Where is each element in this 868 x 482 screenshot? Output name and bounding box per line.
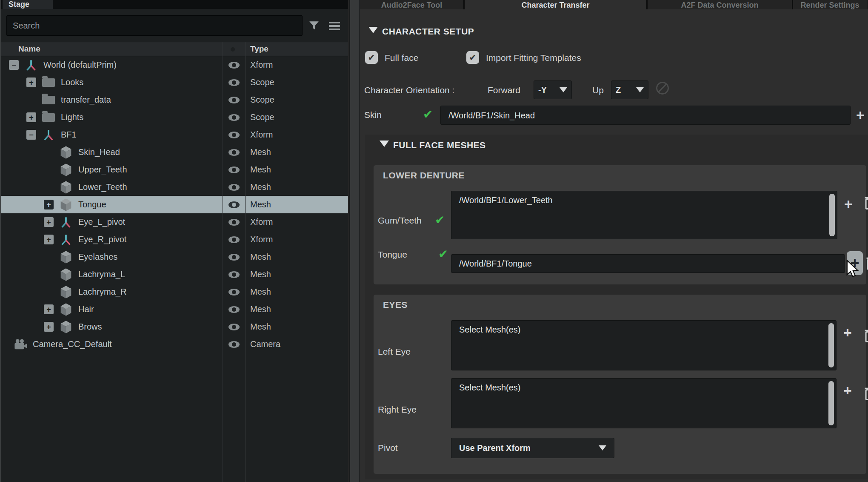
trash-icon bbox=[864, 328, 868, 343]
tree-item-name-cell: + Hair bbox=[1, 301, 223, 318]
tree-row[interactable]: + Lights Scope bbox=[1, 109, 348, 126]
visibility-eye-icon[interactable] bbox=[228, 62, 240, 69]
tree-item-type: Mesh bbox=[250, 248, 348, 266]
visibility-eye-icon[interactable] bbox=[228, 114, 240, 121]
full-face-meshes-header[interactable]: FULL FACE MESHES bbox=[393, 140, 486, 150]
tree-row[interactable]: − World (defaultPrim) Xform bbox=[1, 56, 348, 74]
expander-icon[interactable]: − bbox=[26, 130, 36, 140]
full-face-checkbox[interactable]: ✔ bbox=[365, 51, 378, 64]
visibility-eye-icon[interactable] bbox=[228, 97, 240, 103]
left-eye-mesh-field[interactable]: Select Mesh(es) bbox=[451, 320, 837, 370]
tree-item-type: Mesh bbox=[250, 178, 348, 196]
left-eye-add-button[interactable]: + bbox=[840, 324, 855, 341]
right-eye-add-button[interactable]: + bbox=[840, 382, 855, 399]
tab-audio2face-tool[interactable]: Audio2Face Tool bbox=[360, 0, 465, 9]
tree-row[interactable]: − BF1 Xform bbox=[1, 126, 348, 143]
right-eye-remove-button[interactable] bbox=[863, 384, 868, 403]
tree-row[interactable]: + Looks Scope bbox=[1, 74, 348, 91]
tree-item-eye-cell bbox=[223, 231, 245, 248]
tree-row[interactable]: + Tongue Mesh bbox=[1, 196, 348, 213]
tree-row[interactable]: Lachryma_L Mesh bbox=[1, 266, 348, 283]
visibility-eye-icon[interactable] bbox=[228, 306, 240, 313]
tab-render-settings[interactable]: Render Settings bbox=[793, 0, 867, 9]
visibility-eye-icon[interactable] bbox=[228, 79, 240, 86]
tree-row[interactable]: + Eye_R_pivot Xform bbox=[1, 231, 348, 248]
tree-row[interactable]: Lachryma_R Mesh bbox=[1, 283, 348, 301]
gum-teeth-remove-button[interactable] bbox=[863, 193, 868, 212]
skin-path-field[interactable]: /World/BF1/Skin_Head bbox=[440, 106, 851, 125]
tongue-mesh-field[interactable]: /World/BF1/Tongue bbox=[451, 254, 845, 273]
expander-icon[interactable]: + bbox=[44, 304, 54, 314]
skin-label: Skin bbox=[364, 110, 382, 120]
tab-character-transfer[interactable]: Character Transfer bbox=[465, 0, 648, 9]
tree-row[interactable]: + Hair Mesh bbox=[1, 301, 348, 318]
hamburger-icon bbox=[329, 22, 340, 30]
tab-stage[interactable]: Stage bbox=[3, 0, 53, 9]
filter-button[interactable] bbox=[306, 18, 322, 34]
expander-icon[interactable]: + bbox=[44, 322, 54, 332]
tree-item-eye-cell bbox=[223, 318, 245, 336]
field-scrollbar[interactable] bbox=[829, 194, 835, 236]
left-eye-remove-button[interactable] bbox=[863, 326, 868, 345]
tree-item-eye-cell bbox=[223, 283, 245, 301]
pivot-label: Pivot bbox=[378, 443, 398, 453]
visibility-eye-icon[interactable] bbox=[228, 341, 240, 348]
tree-row[interactable]: Skin_Head Mesh bbox=[1, 143, 348, 161]
field-scrollbar[interactable] bbox=[828, 381, 834, 425]
tree-item-label: Hair bbox=[78, 304, 94, 314]
panel-splitter[interactable] bbox=[349, 0, 360, 482]
search-row bbox=[1, 14, 348, 37]
collapse-triangle-icon[interactable] bbox=[368, 27, 378, 33]
expander-icon[interactable]: + bbox=[44, 217, 54, 227]
character-setup-header[interactable]: CHARACTER SETUP bbox=[382, 26, 474, 37]
tree-item-label: Lights bbox=[61, 112, 83, 122]
right-eye-mesh-field[interactable]: Select Mesh(es) bbox=[451, 378, 837, 428]
visibility-eye-icon[interactable] bbox=[228, 219, 240, 226]
tree-item-label: Lower_Teeth bbox=[78, 182, 127, 192]
tree-item-eye-cell bbox=[223, 161, 245, 178]
tree-item-type: Scope bbox=[250, 109, 348, 126]
field-scrollbar[interactable] bbox=[828, 323, 834, 367]
up-dropdown[interactable]: Z bbox=[611, 80, 648, 99]
visibility-eye-icon[interactable] bbox=[228, 236, 240, 243]
tab-a2f-data-conversion[interactable]: A2F Data Conversion bbox=[648, 0, 793, 9]
visibility-eye-icon[interactable] bbox=[228, 201, 240, 208]
pivot-dropdown[interactable]: Use Parent Xform bbox=[451, 438, 614, 458]
tree-item-name-cell: Camera_CC_Default bbox=[1, 336, 223, 353]
skin-add-button[interactable]: + bbox=[853, 106, 868, 124]
eyes-title: EYES bbox=[383, 300, 408, 310]
search-input[interactable] bbox=[6, 15, 303, 36]
visibility-eye-icon[interactable] bbox=[228, 324, 240, 330]
character-orientation-label: Character Orientation : bbox=[364, 85, 454, 95]
tree-row[interactable]: transfer_data Scope bbox=[1, 91, 348, 109]
expander-icon[interactable]: + bbox=[26, 77, 36, 87]
tree-row[interactable]: + Brows Mesh bbox=[1, 318, 348, 336]
visibility-eye-icon[interactable] bbox=[228, 132, 240, 138]
gum-teeth-add-button[interactable]: + bbox=[841, 195, 856, 213]
expander-icon[interactable]: + bbox=[44, 200, 54, 209]
options-menu-button[interactable] bbox=[326, 18, 343, 34]
tree-item-name-cell: − BF1 bbox=[1, 126, 223, 143]
tree-row[interactable]: Eyelashes Mesh bbox=[1, 248, 348, 266]
visibility-eye-icon[interactable] bbox=[228, 289, 240, 296]
visibility-eye-icon[interactable] bbox=[228, 254, 240, 261]
tree-item-name-cell: Skin_Head bbox=[1, 143, 223, 161]
visibility-eye-icon[interactable] bbox=[228, 149, 240, 156]
expander-icon[interactable]: − bbox=[9, 60, 19, 70]
tree-row[interactable]: Camera_CC_Default Camera bbox=[1, 336, 348, 353]
visibility-eye-icon[interactable] bbox=[228, 184, 240, 191]
gum-teeth-mesh-field[interactable]: /World/BF1/Lower_Teeth bbox=[451, 191, 837, 239]
expander-icon[interactable]: + bbox=[26, 112, 36, 122]
visibility-eye-icon[interactable] bbox=[228, 166, 240, 173]
tree-row[interactable]: Lower_Teeth Mesh bbox=[1, 178, 348, 196]
tree-row[interactable]: + Eye_L_pivot Xform bbox=[1, 213, 348, 231]
tree-row[interactable]: Upper_Teeth Mesh bbox=[1, 161, 348, 178]
visibility-eye-icon[interactable] bbox=[228, 271, 240, 278]
tree-item-label: Camera_CC_Default bbox=[33, 339, 112, 349]
tree-item-eye-cell bbox=[223, 336, 245, 353]
expander-icon[interactable]: + bbox=[44, 235, 54, 244]
tongue-remove-button[interactable] bbox=[865, 254, 868, 273]
import-fitting-templates-checkbox[interactable]: ✔ bbox=[466, 51, 479, 64]
collapse-triangle-icon[interactable] bbox=[380, 141, 389, 147]
forward-dropdown[interactable]: -Y bbox=[534, 80, 572, 99]
